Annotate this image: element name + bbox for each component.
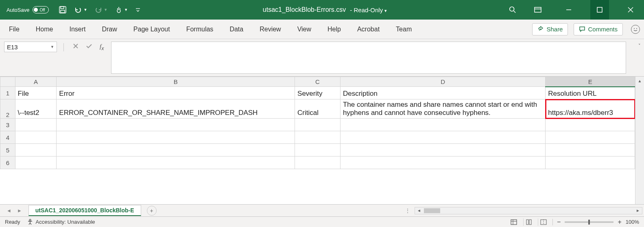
col-header-b[interactable]: B <box>57 77 295 87</box>
cell-a4[interactable] <box>15 131 57 144</box>
redo-button[interactable]: ▼ <box>94 6 107 14</box>
cell-c1[interactable]: Severity <box>295 87 341 99</box>
cell-c5[interactable] <box>295 144 341 156</box>
cell-c4[interactable] <box>295 131 341 144</box>
share-button[interactable]: Share <box>532 23 568 35</box>
sheet-split-handle[interactable]: ⋮ <box>402 207 415 214</box>
page-layout-view-button[interactable] <box>523 218 534 226</box>
minimize-button[interactable] <box>559 0 578 20</box>
row-header-5[interactable]: 5 <box>0 144 15 156</box>
tab-draw[interactable]: Draw <box>101 24 118 35</box>
readonly-indicator[interactable]: - Read-Only ▾ <box>350 7 387 13</box>
cell-d5[interactable] <box>340 144 545 156</box>
zoom-in-button[interactable]: + <box>618 218 621 226</box>
accessibility-status[interactable]: Accessibility: Unavailable <box>27 219 95 225</box>
sheet-next-button[interactable]: ► <box>17 208 22 214</box>
cell-d1[interactable]: Description <box>340 87 545 99</box>
cell-d4[interactable] <box>340 131 545 144</box>
add-sheet-button[interactable]: + <box>147 206 157 216</box>
col-header-e[interactable]: E <box>546 77 635 87</box>
tab-review[interactable]: Review <box>259 24 282 35</box>
tab-insert[interactable]: Insert <box>68 24 86 35</box>
undo-button[interactable]: ▼ <box>74 6 87 14</box>
cell-e2[interactable]: https://aka.ms/dberr3 <box>546 99 635 119</box>
search-button[interactable] <box>509 6 516 13</box>
feedback-button[interactable] <box>631 25 640 34</box>
cell-a3[interactable] <box>15 119 57 131</box>
cell-b2[interactable]: ERROR_CONTAINER_OR_SHARE_NAME_IMPROPER_D… <box>57 99 295 119</box>
vertical-scrollbar[interactable]: ▲ <box>635 77 644 204</box>
tab-formulas[interactable]: Formulas <box>186 24 214 35</box>
comments-button[interactable]: Comments <box>574 23 623 35</box>
tab-help[interactable]: Help <box>327 24 342 35</box>
cell-e6[interactable] <box>546 156 635 169</box>
grid[interactable]: A B C D E 1 File Error Severity Descript… <box>0 77 635 204</box>
scroll-left-icon[interactable]: ◄ <box>415 208 423 213</box>
sheet-tab-active[interactable]: utSAC1_202006051000_BlockBlob-E <box>28 205 141 216</box>
formula-input[interactable] <box>111 42 626 74</box>
touch-mode-button[interactable]: ▼ <box>115 6 128 14</box>
row-header-4[interactable]: 4 <box>0 131 15 144</box>
row-header-2[interactable]: 2 <box>0 99 15 119</box>
save-button[interactable] <box>59 6 67 14</box>
cell-b4[interactable] <box>57 131 295 144</box>
page-break-view-button[interactable] <box>538 218 548 226</box>
cell-a5[interactable] <box>15 144 57 156</box>
close-button[interactable] <box>621 0 640 20</box>
cancel-formula-button[interactable] <box>73 43 79 49</box>
cell-e3[interactable] <box>546 119 635 131</box>
cell-b1[interactable]: Error <box>57 87 295 99</box>
name-box[interactable]: E13 ▼ <box>4 42 57 52</box>
cell-d3[interactable] <box>340 119 545 131</box>
tab-page-layout[interactable]: Page Layout <box>133 24 171 35</box>
cell-e5[interactable] <box>546 144 635 156</box>
tab-file[interactable]: File <box>8 24 20 35</box>
tab-team[interactable]: Team <box>395 24 413 35</box>
cell-a1[interactable]: File <box>15 87 57 99</box>
normal-view-button[interactable] <box>509 218 519 226</box>
col-header-d[interactable]: D <box>340 77 545 87</box>
cell-c2[interactable]: Critical <box>295 99 341 119</box>
maximize-button[interactable] <box>590 0 609 20</box>
col-header-a[interactable]: A <box>15 77 57 87</box>
chevron-down-icon: ▼ <box>104 8 107 12</box>
toggle-dot-icon <box>34 8 38 12</box>
autosave-toggle[interactable]: AutoSave Off <box>7 6 49 13</box>
row-header-3[interactable]: 3 <box>0 119 15 131</box>
row-header-1[interactable]: 1 <box>0 87 15 99</box>
ribbon-display-button[interactable] <box>528 0 547 20</box>
cell-b3[interactable] <box>57 119 295 131</box>
cell-e4[interactable] <box>546 131 635 144</box>
select-all-corner[interactable] <box>0 77 15 87</box>
tab-home[interactable]: Home <box>35 24 54 35</box>
cell-d6[interactable] <box>340 156 545 169</box>
zoom-slider[interactable] <box>565 221 613 223</box>
cell-a6[interactable] <box>15 156 57 169</box>
cell-c3[interactable] <box>295 119 341 131</box>
scroll-right-icon[interactable]: ► <box>634 208 642 213</box>
fx-icon[interactable]: fx <box>100 43 104 51</box>
cell-b5[interactable] <box>57 144 295 156</box>
sheet-prev-button[interactable]: ◄ <box>7 208 11 214</box>
cell-d2[interactable]: The container names and share names cann… <box>340 99 545 119</box>
formula-expand-button[interactable]: ˅ <box>635 39 644 76</box>
toggle-switch[interactable]: Off <box>33 6 49 13</box>
zoom-out-button[interactable]: − <box>557 218 561 226</box>
enter-formula-button[interactable] <box>86 43 92 49</box>
cell-c6[interactable] <box>295 156 341 169</box>
spreadsheet[interactable]: A B C D E 1 File Error Severity Descript… <box>0 77 635 169</box>
customize-qat-button[interactable] <box>135 7 141 13</box>
tab-view[interactable]: View <box>297 24 312 35</box>
horizontal-scrollbar[interactable]: ◄ ► <box>415 207 642 214</box>
row-header-6[interactable]: 6 <box>0 156 15 169</box>
zoom-level[interactable]: 100% <box>626 219 639 225</box>
tab-data[interactable]: Data <box>229 24 244 35</box>
zoom-thumb[interactable] <box>588 220 590 225</box>
cell-e1[interactable]: Resolution URL <box>546 87 635 99</box>
cell-a2[interactable]: \--test2 <box>15 99 57 119</box>
cell-b6[interactable] <box>57 156 295 169</box>
scroll-up-icon[interactable]: ▲ <box>635 77 644 85</box>
scroll-thumb[interactable] <box>424 208 440 213</box>
col-header-c[interactable]: C <box>295 77 341 87</box>
tab-acrobat[interactable]: Acrobat <box>356 24 380 35</box>
